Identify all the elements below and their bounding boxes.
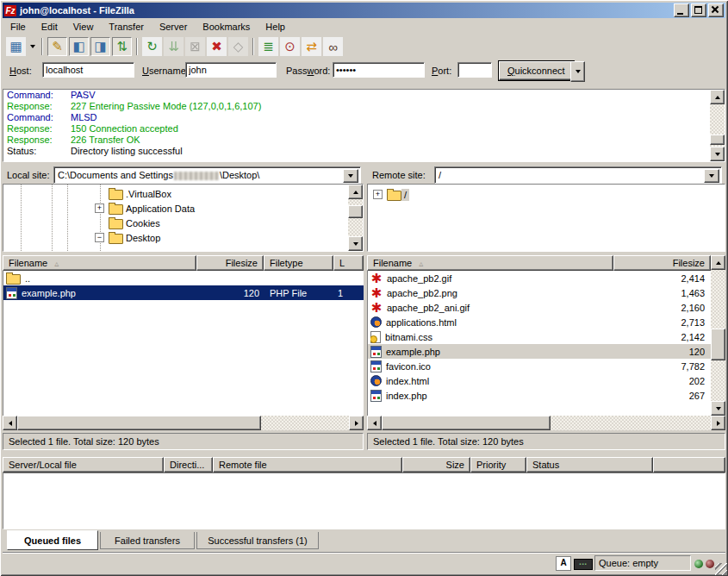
maximize-button[interactable]	[691, 3, 706, 17]
column-header-filename[interactable]: Filename▵	[367, 255, 613, 271]
scroll-down-button[interactable]	[348, 236, 363, 251]
scroll-down-button[interactable]	[710, 147, 725, 161]
find-files-button[interactable]: ∞	[323, 37, 343, 56]
port-label: Port:	[432, 66, 451, 76]
local-path-dropdown-button[interactable]	[343, 169, 358, 183]
scroll-up-button[interactable]	[710, 90, 725, 104]
chevron-down-icon	[30, 45, 35, 51]
password-input[interactable]	[333, 62, 425, 78]
scroll-left-button[interactable]	[367, 416, 382, 430]
encryption-indicator-icon[interactable]	[574, 559, 593, 570]
scrollbar-thumb[interactable]	[382, 416, 551, 430]
queue-column-header-size[interactable]: Size	[402, 457, 470, 473]
toggle-message-log-button[interactable]: ✎	[47, 37, 67, 56]
menu-help[interactable]: Help	[258, 19, 293, 34]
toggle-transfer-queue-button[interactable]: ⇅	[112, 37, 132, 56]
tree-item[interactable]: /	[387, 187, 409, 202]
filezilla-app-icon[interactable]: Fz	[4, 5, 16, 16]
column-header-filesize[interactable]: Filesize	[613, 255, 711, 271]
scroll-up-button[interactable]	[711, 255, 725, 270]
file-row[interactable]: example.php120PHP File1	[3, 285, 364, 300]
reconnect-button[interactable]: ◇	[228, 37, 248, 56]
column-header-filename[interactable]: Filename▵	[3, 255, 196, 271]
queue-column-header-directi[interactable]: Directi...	[164, 457, 213, 473]
remote-path-dropdown-button[interactable]	[704, 169, 719, 183]
filter-button[interactable]: ≣	[258, 37, 278, 56]
toggle-remote-tree-button[interactable]: ◨	[90, 37, 110, 56]
close-button[interactable]	[708, 3, 724, 17]
tree-item[interactable]: Cookies	[109, 216, 163, 230]
resize-grip[interactable]	[715, 563, 727, 575]
site-manager-button[interactable]: ▦	[6, 37, 26, 56]
tree-item[interactable]: Application Data	[109, 201, 197, 216]
file-row[interactable]: example.php120	[368, 344, 725, 359]
queue-column-header-status[interactable]: Status	[526, 457, 653, 473]
scroll-up-button[interactable]	[348, 185, 363, 199]
quickconnect-dropdown-button[interactable]	[570, 61, 585, 82]
local-path-combobox[interactable]: C:\Documents and Settings\Desktop\	[53, 166, 361, 184]
tab-failed-transfers[interactable]: Failed transfers	[100, 532, 195, 549]
directory-comparison-button[interactable]: ⊙	[280, 37, 300, 56]
synchronized-browsing-button[interactable]: ⇄	[302, 37, 321, 56]
message-log-scrollbar[interactable]	[710, 90, 725, 161]
file-row[interactable]: favicon.ico7,782	[368, 359, 725, 373]
scrollbar-thumb[interactable]	[710, 135, 725, 145]
file-name: example.php	[386, 347, 440, 357]
username-input[interactable]	[185, 62, 277, 78]
quickconnect-button[interactable]: Quickconnect	[499, 61, 574, 80]
file-row[interactable]: applications.html2,713	[368, 315, 725, 329]
refresh-button[interactable]: ↻	[142, 37, 162, 56]
process-queue-button[interactable]: ⇊	[164, 37, 184, 56]
remote-path-combobox[interactable]: /	[434, 166, 722, 184]
local-tree-scrollbar[interactable]	[348, 185, 363, 251]
data-type-ascii-icon[interactable]	[556, 556, 571, 571]
file-row[interactable]: ✱apache_pb2.gif2,414	[368, 271, 725, 285]
site-manager-button-dropdown[interactable]	[27, 37, 38, 56]
tree-item[interactable]: Desktop	[109, 230, 163, 245]
menu-transfer[interactable]: Transfer	[101, 19, 152, 34]
disconnect-button[interactable]: ✖	[207, 37, 227, 56]
queue-column-header-priority[interactable]: Priority	[470, 457, 526, 473]
scroll-right-button[interactable]	[711, 416, 725, 430]
menu-file[interactable]: File	[3, 19, 34, 34]
file-row[interactable]: bitnami.css2,142	[368, 329, 725, 344]
remote-list-scrollbar[interactable]	[711, 255, 725, 416]
toggle-local-tree-button[interactable]: ◧	[69, 37, 89, 56]
file-row[interactable]: ✱apache_pb2_ani.gif2,160	[368, 300, 725, 315]
menu-view[interactable]: View	[65, 19, 102, 34]
file-row[interactable]: ✱apache_pb2.png1,463	[368, 285, 725, 300]
file-name-cell: example.php	[370, 344, 610, 359]
column-header-filesize[interactable]: Filesize	[196, 255, 264, 271]
queue-column-header-remotefile[interactable]: Remote file	[213, 457, 402, 473]
scrollbar-thumb[interactable]	[348, 205, 363, 218]
expand-icon[interactable]: +	[95, 203, 104, 213]
column-header-filetype[interactable]: Filetype	[264, 255, 333, 271]
expand-icon[interactable]: +	[373, 190, 383, 199]
column-header-l[interactable]: L	[333, 255, 364, 271]
cancel-operation-button[interactable]: ⊠	[185, 37, 205, 56]
scrollbar-thumb[interactable]	[711, 329, 725, 360]
tree-item[interactable]: .VirtualBox	[109, 186, 174, 201]
file-row[interactable]: ..	[3, 271, 364, 285]
tab-successful-transfers----[interactable]: Successful transfers (1)	[196, 532, 319, 549]
port-input[interactable]	[457, 62, 492, 78]
tab-queued-files[interactable]: Queued files	[7, 530, 98, 550]
log-line-response: Response:150 Connection accepted	[3, 123, 725, 135]
file-row[interactable]: index.php267	[368, 388, 725, 403]
menu-edit[interactable]: Edit	[34, 19, 65, 34]
host-input[interactable]	[42, 62, 134, 78]
file-row[interactable]: index.html202	[368, 373, 725, 388]
local-list-hscrollbar[interactable]	[3, 416, 364, 430]
scroll-right-button[interactable]	[349, 416, 364, 430]
menu-bookmarks[interactable]: Bookmarks	[195, 19, 258, 34]
scroll-down-button[interactable]	[711, 401, 725, 416]
scroll-left-button[interactable]	[3, 416, 17, 430]
menu-server[interactable]: Server	[152, 19, 195, 34]
scrollbar-thumb[interactable]	[17, 416, 261, 430]
collapse-icon[interactable]: −	[95, 233, 104, 242]
queue-column-header-serverlocalfile[interactable]: Server/Local file	[3, 457, 164, 473]
minimize-button[interactable]	[674, 3, 689, 17]
arrow-up-icon	[353, 188, 358, 194]
queue-column-header-filler[interactable]	[653, 457, 725, 473]
remote-list-hscrollbar[interactable]	[367, 416, 725, 430]
